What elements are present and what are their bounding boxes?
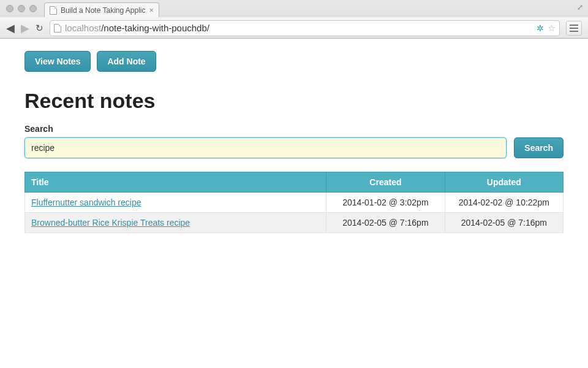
- page-icon: [50, 6, 57, 15]
- search-form: Search: [24, 137, 564, 158]
- address-bar[interactable]: localhost/note-taking-with-pouchdb/ ✲ ☆: [50, 20, 560, 36]
- title-bar: Build a Note Taking Applic × ⤢: [0, 0, 588, 17]
- back-button[interactable]: ◀: [6, 23, 15, 34]
- fullscreen-icon[interactable]: ⤢: [577, 3, 583, 12]
- browser-tab[interactable]: Build a Note Taking Applic ×: [44, 2, 159, 17]
- forward-button[interactable]: ▶: [21, 23, 29, 34]
- note-updated: 2014-02-05 @ 7:16pm: [445, 213, 563, 233]
- note-link[interactable]: Browned-butter Rice Krispie Treats recip…: [31, 218, 190, 228]
- zoom-window-button[interactable]: [29, 5, 37, 12]
- close-tab-icon[interactable]: ×: [149, 6, 154, 15]
- add-note-button[interactable]: Add Note: [97, 51, 156, 72]
- browser-toolbar: ◀ ▶ ↻ localhost/note-taking-with-pouchdb…: [0, 17, 588, 38]
- url-host: localhost: [65, 23, 101, 33]
- note-created: 2014-02-05 @ 7:16pm: [326, 213, 445, 233]
- note-link[interactable]: Fluffernutter sandwich recipe: [31, 197, 141, 207]
- page-title: Recent notes: [24, 89, 564, 113]
- extension-icon[interactable]: ✲: [537, 23, 544, 33]
- search-input[interactable]: [24, 137, 507, 158]
- search-button[interactable]: Search: [514, 137, 564, 158]
- note-created: 2014-01-02 @ 3:02pm: [326, 193, 445, 213]
- column-header-created[interactable]: Created: [326, 172, 445, 193]
- search-label: Search: [24, 124, 564, 134]
- action-buttons: View Notes Add Note: [24, 51, 564, 72]
- note-updated: 2014-02-02 @ 10:22pm: [445, 193, 563, 213]
- table-row: Browned-butter Rice Krispie Treats recip…: [25, 213, 564, 233]
- reload-button[interactable]: ↻: [36, 23, 43, 34]
- column-header-updated[interactable]: Updated: [445, 172, 563, 193]
- minimize-window-button[interactable]: [18, 5, 25, 12]
- window-controls: [6, 5, 37, 12]
- table-row: Fluffernutter sandwich recipe 2014-01-02…: [25, 193, 564, 213]
- tab-title: Build a Note Taking Applic: [61, 6, 146, 15]
- view-notes-button[interactable]: View Notes: [24, 51, 91, 72]
- browser-chrome: Build a Note Taking Applic × ⤢ ◀ ▶ ↻ loc…: [0, 0, 588, 39]
- url-path: /note-taking-with-pouchdb/: [101, 23, 209, 33]
- column-header-title[interactable]: Title: [25, 172, 326, 193]
- close-window-button[interactable]: [6, 5, 13, 12]
- hamburger-menu-button[interactable]: [566, 21, 582, 36]
- page-icon: [54, 24, 61, 33]
- url-text: localhost/note-taking-with-pouchdb/: [65, 23, 209, 33]
- notes-table: Title Created Updated Fluffernutter sand…: [24, 172, 564, 233]
- page-content: View Notes Add Note Recent notes Search …: [0, 39, 588, 245]
- bookmark-star-icon[interactable]: ☆: [548, 23, 556, 34]
